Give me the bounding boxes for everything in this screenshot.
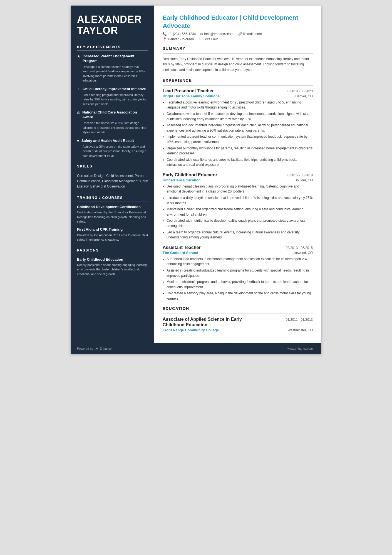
exp-location-1: Denver, CO	[295, 94, 313, 98]
name-block: ALEXANDER TAYLOR	[77, 14, 148, 36]
achievement-item: ★ Increased Parent Engagement Program De…	[77, 54, 148, 83]
exp-block-3: Assistant Teacher 02/2013 - 05/2015 The …	[163, 245, 313, 301]
enhancv-logo-icon: ∞	[95, 346, 98, 351]
achievement-desc-3: Received for innovative curriculum desig…	[77, 121, 148, 135]
exp-bullet: Facilitated a positive learning environm…	[167, 100, 313, 110]
passions-section: PASSIONS Early Childhood Education Deepl…	[77, 248, 148, 277]
achievement-desc-1: Developed a communication strategy that …	[77, 65, 148, 83]
training-item-desc-1: Certification offered by the Council for…	[77, 210, 148, 224]
extra-icon: ☆	[198, 37, 201, 41]
exp-bullets-3: Supported lead teachers in classroom man…	[163, 256, 313, 301]
achievement-title-1: Increased Parent Engagement Program	[83, 54, 148, 63]
exp-bullet: Coordinated with nutritionists to develo…	[167, 218, 313, 228]
exp-company-1: Bright Horizons Family Solutions	[163, 94, 220, 98]
email-icon: ✉	[200, 32, 203, 36]
footer-bar: Powered by ∞ Enhancv www.enhancv.com	[71, 343, 321, 354]
skills-text: Curriculum Design, Child Assessment, Par…	[77, 173, 148, 189]
linkedin-icon: 🔗	[238, 32, 242, 36]
edu-dates-1: 01/2011 - 01/2013	[286, 318, 313, 322]
exp-bullet: Introduced a daily storytime session tha…	[167, 195, 313, 206]
achievement-item: ◎ National Child Care Association Award …	[77, 110, 148, 134]
exp-role-3: Assistant Teacher	[163, 245, 201, 250]
edu-degree-1: Associate of Applied Science in Early Ch…	[163, 317, 253, 328]
passions-title: PASSIONS	[77, 248, 148, 254]
exp-bullet: Supported lead teachers in classroom man…	[167, 256, 313, 267]
passion-item-title-1: Early Childhood Education	[77, 257, 148, 262]
achievement-desc-2: Led a reading program that improved lite…	[77, 93, 148, 107]
edu-school-row-1: Front Range Community College Westminste…	[163, 328, 313, 332]
edu-header-1: Associate of Applied Science in Early Ch…	[163, 317, 313, 328]
edu-location-1: Westminster, CO	[288, 328, 313, 332]
achievement-header: ☆ Child Literacy Improvement Initiative	[77, 87, 148, 92]
achievement-item: ☆ Child Literacy Improvement Initiative …	[77, 87, 148, 106]
exp-bullet: Assisted in creating individualized lear…	[167, 268, 313, 278]
contact-linkedin: 🔗 linkedin.com	[238, 32, 262, 36]
exp-company-2: KinderCare Education	[163, 178, 201, 182]
training-item-title-1: Childhood Development Certification	[77, 205, 148, 209]
exp-dates-1: 06/2018 - 08/2023	[286, 89, 313, 93]
contact-row: 📞 +1-(234)-555-1234 ✉ help@enhancv.com 🔗…	[163, 32, 313, 36]
name-last: TAYLOR	[77, 25, 148, 36]
exp-role-2: Early Childhood Educator	[163, 172, 217, 177]
exp-location-2: Boulder, CO	[295, 178, 313, 182]
star-filled-icon: ★	[77, 54, 80, 58]
exp-bullet: Designed thematic lesson plans incorpora…	[167, 184, 313, 194]
achievement-title-2: Child Literacy Improvement Initiative	[83, 87, 146, 92]
exp-dates-3: 02/2013 - 05/2015	[286, 246, 313, 250]
achievements-section: KEY ACHIEVEMENTS ★ Increased Parent Enga…	[77, 45, 148, 158]
resume: ALEXANDER TAYLOR KEY ACHIEVEMENTS ★ Incr…	[71, 6, 321, 354]
exp-company-row-1: Bright Horizons Family Solutions Denver,…	[163, 94, 313, 98]
main-content: Early Childhood Educator | Child Develop…	[154, 6, 321, 343]
powered-by-label: Powered by	[77, 347, 93, 350]
experience-section-title: EXPERIENCE	[163, 78, 313, 83]
location-icon: 📍	[163, 37, 167, 41]
exp-company-3: The Goddard School	[163, 251, 198, 255]
exp-bullet: Organized bi-monthly workshops for paren…	[167, 146, 313, 156]
brand-name: Enhancv	[100, 347, 112, 350]
exp-role-1: Lead Preschool Teacher	[163, 88, 214, 93]
exp-bullet: Led a team to organize annual cultural e…	[167, 230, 313, 240]
summary-section-title: SUMMARY	[163, 46, 313, 51]
exp-location-3: Lakewood, CO	[291, 251, 313, 255]
footer-left: Powered by ∞ Enhancv	[77, 346, 111, 351]
training-item-title-2: First Aid and CPR Training	[77, 227, 148, 232]
achievement-title-3: National Child Care Association Award	[82, 110, 148, 120]
education-section-title: EDUCATION	[163, 306, 313, 311]
exp-header-3: Assistant Teacher 02/2013 - 05/2015	[163, 245, 313, 250]
training-section: TRAINING / COURSES Childhood Development…	[77, 196, 148, 242]
education-divider	[163, 314, 313, 314]
name-first: ALEXANDER	[77, 14, 148, 25]
training-item-desc-2: Provided by the American Red Cross to en…	[77, 233, 148, 242]
exp-block-1: Lead Preschool Teacher 06/2018 - 08/2023…	[163, 88, 313, 167]
exp-bullet: Collaborated with a team of 5 educators …	[167, 111, 313, 122]
job-title: Early Childhood Educator | Child Develop…	[163, 14, 313, 30]
exp-bullet: Assessed and documented individual progr…	[167, 123, 313, 133]
summary-divider	[163, 53, 313, 54]
achievements-title: KEY ACHIEVEMENTS	[77, 45, 148, 51]
contact-row-2: 📍 Denver, Colorado ☆ Extra Field	[163, 37, 313, 41]
exp-header-2: Early Childhood Educator 05/2015 - 06/20…	[163, 172, 313, 177]
training-title: TRAINING / COURSES	[77, 196, 148, 201]
edu-school-1: Front Range Community College	[163, 328, 219, 332]
contact-phone: 📞 +1-(234)-555-1234	[163, 32, 196, 36]
achievement-title-4: Safety and Health Audit Result	[81, 139, 134, 143]
star-outline-icon: ☆	[77, 87, 80, 91]
exp-company-row-3: The Goddard School Lakewood, CO	[163, 251, 313, 255]
training-item-2: First Aid and CPR Training Provided by t…	[77, 227, 148, 242]
contact-location: 📍 Denver, Colorado	[163, 37, 194, 41]
exp-bullet: Co-created a sensory play area, aiding i…	[167, 291, 313, 301]
achievement-desc-4: Achieved a 95% score on the state safety…	[77, 144, 148, 158]
summary-text: Dedicated Early Childhood Educator with …	[163, 56, 313, 73]
achievement-header: ♥ Safety and Health Audit Result	[77, 139, 148, 143]
experience-divider	[163, 85, 313, 86]
exp-bullet: Implemented a parent-teacher communicati…	[167, 134, 313, 144]
skills-section: SKILLS Curriculum Design, Child Assessme…	[77, 164, 148, 189]
achievement-item: ♥ Safety and Health Audit Result Achieve…	[77, 139, 148, 158]
exp-block-2: Early Childhood Educator 05/2015 - 06/20…	[163, 172, 313, 240]
edu-block-1: Associate of Applied Science in Early Ch…	[163, 317, 313, 332]
footer-right: www.enhancv.com	[287, 347, 313, 350]
exp-header-1: Lead Preschool Teacher 06/2018 - 08/2023	[163, 88, 313, 93]
achievement-header: ★ Increased Parent Engagement Program	[77, 54, 148, 63]
exp-dates-2: 05/2015 - 06/2018	[286, 173, 313, 177]
achievement-header: ◎ National Child Care Association Award	[77, 110, 148, 120]
